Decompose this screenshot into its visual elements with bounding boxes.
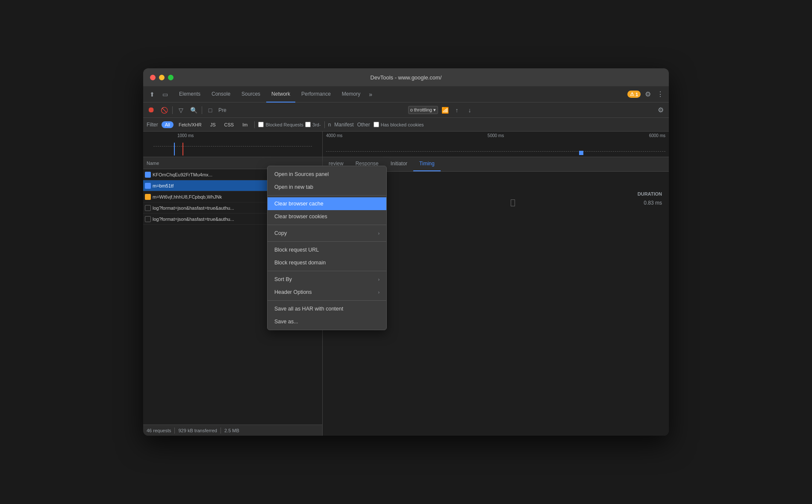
preserve-log-label: Pre: [218, 107, 227, 113]
menu-item-clear-cache[interactable]: Clear browser cache: [268, 197, 386, 210]
third-party-input[interactable]: [305, 122, 311, 127]
row-icon-4: [145, 205, 151, 211]
menu-divider-4: [268, 271, 386, 271]
other-label: Other: [357, 122, 370, 128]
timeline-4000ms: 4000 ms: [326, 133, 439, 138]
network-settings-icon[interactable]: ⚙: [656, 104, 665, 116]
filter-icon[interactable]: ▽: [176, 105, 185, 115]
network-toolbar: ⏺ 🚫 ▽ 🔍 □ Pre o throttling ▾ 📶 ↑ ↓ ⚙: [143, 103, 669, 118]
context-menu: Open in Sources panel Open in new tab Cl…: [267, 166, 387, 330]
tab-network[interactable]: Network: [266, 86, 295, 103]
timeline-5000ms: 5000 ms: [439, 133, 553, 138]
timeline-bar-red: [182, 143, 183, 155]
timeline-dashes: [153, 146, 312, 147]
filter-all[interactable]: All: [162, 121, 174, 128]
clear-button[interactable]: 🚫: [159, 105, 169, 115]
tabbar-right: ⚠ 1 ⚙ ⋮: [627, 88, 665, 100]
main-content: 1000 ms Name KFOmChqEu92FrTMu4mx...: [143, 132, 669, 436]
has-blocked-cookies-checkbox[interactable]: Has blocked cookies: [374, 122, 424, 127]
toolbar-divider-1: [172, 106, 173, 114]
has-blocked-cookies-input[interactable]: [374, 122, 379, 127]
record-button[interactable]: ⏺: [147, 105, 156, 115]
throttle-select[interactable]: o throttling ▾: [408, 106, 438, 114]
menu-item-save-har[interactable]: Save all as HAR with content: [268, 302, 386, 315]
titlebar: DevTools - www.google.com/: [143, 68, 669, 86]
resource-size: 2.5 MB: [224, 428, 239, 433]
timeline-bar-area: [145, 142, 321, 157]
menu-item-copy[interactable]: Copy ›: [268, 227, 386, 240]
menu-item-open-new-tab[interactable]: Open in new tab: [268, 181, 386, 193]
timeline-bar-blue: [174, 143, 175, 155]
queueing-bar: [398, 200, 628, 205]
tabs-more-button[interactable]: »: [366, 91, 375, 98]
timeline-marker: [579, 151, 583, 155]
tabbar: ⬆ ▭ Elements Console Sources Network Per…: [143, 86, 669, 103]
status-bar: 46 requests 929 kB transferred 2.5 MB: [143, 425, 322, 436]
tabbar-icons: ⬆ ▭: [147, 89, 171, 100]
upload-icon[interactable]: ↑: [452, 105, 462, 115]
copy-arrow-icon: ›: [378, 231, 380, 236]
menu-item-open-sources[interactable]: Open in Sources panel: [268, 168, 386, 181]
blocked-requests-input[interactable]: [258, 122, 264, 127]
tab-initiator[interactable]: Initiator: [385, 157, 413, 171]
preserve-log-checkbox[interactable]: □: [206, 105, 215, 115]
tab-sources[interactable]: Sources: [236, 86, 265, 103]
filter-fetch-xhr[interactable]: Fetch/XHR: [175, 121, 205, 128]
tab-performance[interactable]: Performance: [296, 86, 336, 103]
filter-divider: [254, 121, 255, 128]
menu-item-sort-by[interactable]: Sort By ›: [268, 273, 386, 286]
filter-divider-2: [324, 121, 325, 128]
filter-js[interactable]: JS: [207, 121, 219, 128]
timeline-dashed-line: [326, 151, 665, 152]
menu-divider-5: [268, 300, 386, 301]
filter-label: Filter: [147, 122, 158, 128]
third-party-checkbox[interactable]: 3rd-: [305, 122, 321, 127]
settings-icon[interactable]: ⚙: [643, 88, 653, 100]
window-title: DevTools - www.google.com/: [371, 74, 442, 81]
tab-console[interactable]: Console: [206, 86, 235, 103]
minimize-button[interactable]: [159, 75, 165, 80]
cursor-icon[interactable]: ⬆: [147, 89, 158, 100]
row-name-5: log?format=json&hasfast=true&authu...: [153, 217, 234, 222]
maximize-button[interactable]: [168, 75, 174, 80]
name-column-header[interactable]: Name: [143, 161, 322, 166]
requests-count: 46 requests: [147, 428, 171, 433]
filter-img[interactable]: Im: [239, 121, 251, 128]
status-divider-2: [221, 428, 221, 434]
row-name-3: m=Wt6vjf,hhhU8,FCpbqb,WhJNk: [153, 194, 222, 199]
tab-timing[interactable]: Timing: [413, 157, 441, 171]
timeline-small: 1000 ms: [143, 132, 322, 157]
row-name-2: m=bm51tf: [153, 183, 174, 188]
row-icon-1: [145, 172, 151, 178]
notification-badge[interactable]: ⚠ 1: [627, 91, 641, 98]
tab-memory[interactable]: Memory: [337, 86, 365, 103]
queueing-duration: 0.83 ms: [628, 200, 662, 206]
devtools-window: DevTools - www.google.com/ ⬆ ▭ Elements …: [143, 68, 669, 436]
devtools-body: ⬆ ▭ Elements Console Sources Network Per…: [143, 86, 669, 436]
n-label: n: [328, 122, 331, 128]
download-icon[interactable]: ↓: [465, 105, 474, 115]
toolbar-divider-2: [202, 106, 202, 114]
blocked-requests-checkbox[interactable]: Blocked Requests: [258, 122, 303, 127]
filter-row: Filter All Fetch/XHR JS CSS Im Blocked R…: [143, 118, 669, 132]
row-icon-5: [145, 216, 151, 222]
row-name-1: KFOmChqEu92FrTMu4mx...: [153, 172, 212, 177]
more-options-icon[interactable]: ⋮: [655, 88, 665, 100]
big-timeline: 4000 ms 5000 ms 6000 ms: [323, 132, 669, 157]
transferred-size: 929 kB transferred: [178, 428, 217, 433]
wifi-icon: 📶: [441, 107, 449, 114]
row-icon-2: [145, 183, 151, 189]
menu-item-clear-cookies[interactable]: Clear browser cookies: [268, 210, 386, 223]
menu-divider-1: [268, 195, 386, 196]
menu-item-header-options[interactable]: Header Options ›: [268, 286, 386, 299]
search-icon[interactable]: 🔍: [189, 105, 198, 115]
menu-item-block-url[interactable]: Block request URL: [268, 243, 386, 256]
menu-item-block-domain[interactable]: Block request domain: [268, 256, 386, 269]
close-button[interactable]: [150, 75, 156, 80]
filter-css[interactable]: CSS: [221, 121, 238, 128]
tab-elements[interactable]: Elements: [174, 86, 206, 103]
menu-item-save-as[interactable]: Save as...: [268, 315, 386, 328]
queueing-bar-mini: [511, 199, 515, 206]
tabs: Elements Console Sources Network Perform…: [174, 86, 627, 103]
device-icon[interactable]: ▭: [159, 89, 171, 100]
